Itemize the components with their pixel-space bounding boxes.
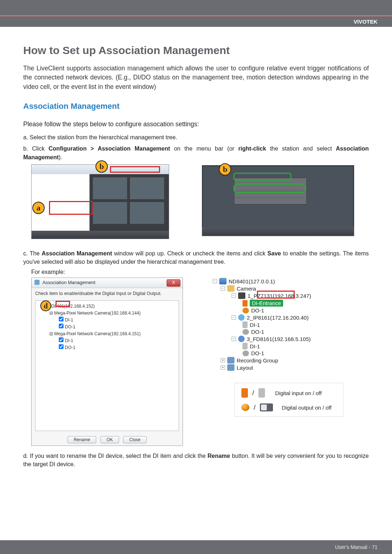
tree-row: DI-Entrance [213,299,351,307]
legend-di-text: Digital input on / off [275,390,322,396]
do-off-icon [242,350,249,356]
legend-do-text: Digital output on / off [282,405,331,411]
do-checkbox[interactable] [59,324,64,328]
do-off-icon [242,329,249,335]
footer-text: User's Manual - 71 [335,544,377,550]
section-heading: Association Management [23,102,369,111]
marker-d: d [40,300,51,311]
tree-row: +Layout [213,364,351,371]
tree-di[interactable]: DI-1 [59,337,176,344]
management-tree-sample: −ND8401(127.0.0.1) −Camera −1_PZ7131(192… [213,278,351,417]
step-a: a. Select the station from the hierarchi… [23,133,369,141]
highlight-rect [257,291,295,299]
slash-label: / [252,389,255,397]
tree-do[interactable]: DO-1 [59,324,176,331]
dialog-close-button[interactable]: X [167,279,180,287]
di-on-icon [241,388,248,398]
screenshot-right: b [202,165,354,236]
tree-row: DO-1 [213,328,351,335]
video-thumb [130,202,164,224]
station-icon [219,278,226,284]
camera-icon [238,336,245,342]
highlight-oval [233,184,306,193]
marker-b: b [219,163,231,176]
highlight-rect [110,166,160,173]
camera-icon [238,292,245,299]
step-c: c. The Association Management window wil… [23,249,369,266]
intro-paragraph: The LiveClient supports association mana… [23,64,369,91]
video-thumb [93,177,127,200]
page-title: How to Set up Association Management [23,44,369,57]
di-off-icon [258,388,265,398]
header-bar: VIVOTEK [0,15,392,27]
collapse-icon[interactable]: − [213,279,217,283]
tree-row: −ND8401(127.0.0.1) [213,278,351,285]
ok-button[interactable]: OK [101,436,119,443]
expand-icon[interactable]: + [221,365,225,370]
tree-row: DO-1 [213,307,351,314]
dialog-title: Association Management [42,280,95,285]
tree-camera[interactable]: ⊟ Mega-Pixel Network Camera(192.168.4.15… [49,331,176,337]
do-icon [242,308,249,313]
dialog-buttons: Rename OK Close [32,436,183,443]
legend-box: / Digital input on / off / Digital outpu… [234,383,343,417]
tree-row: DI-1 [213,342,351,350]
tree-di[interactable]: DI-1 [59,317,176,324]
dialog-title-bar: Association Management [32,278,183,288]
screenshot-left: b a [31,164,169,239]
subintro: Please follow the steps below to configu… [23,120,369,128]
legend-row-do: / Digital output on / off [241,403,336,411]
step-b: b. Click Configuration > Association Man… [23,144,369,161]
collapse-icon[interactable]: − [221,286,225,291]
dialog-tree: ▣ ND8401(192.168.4.152) ⊟ Mega-Pixel Net… [35,300,179,431]
do-on-icon [241,404,249,411]
example-label: For example: [31,269,369,275]
camera-icon [238,314,245,321]
recgroup-icon [227,357,234,364]
marker-a: a [32,202,45,214]
di-off-icon [242,343,248,349]
di-entrance-label[interactable]: DI-Entrance [250,300,283,307]
tree-do[interactable]: DO-1 [59,344,176,351]
marker-b: b [95,160,108,173]
di-on-icon [242,300,248,307]
rename-button[interactable]: Rename [68,436,96,443]
folder-icon [227,285,234,292]
shot-bottombar [202,227,354,236]
collapse-icon[interactable]: − [232,315,236,320]
collapse-icon[interactable]: − [232,337,236,341]
close-button[interactable]: Close [123,436,147,443]
association-dialog: Association Management X Check item to e… [31,278,183,446]
layout-icon [227,364,234,371]
tree-row: −3_FD8161(192.168.5.105) [213,335,351,342]
di-off-icon [242,321,248,328]
slash-label: / [253,404,256,411]
row-c: Association Management X Check item to e… [31,278,369,446]
di-checkbox[interactable] [59,337,64,342]
dialog-icon [34,280,40,285]
video-thumb [93,202,127,224]
tree-row: DO-1 [213,350,351,357]
footer-bar: User's Manual - 71 [0,540,392,554]
tree-row: +Recording Group [213,357,351,364]
highlight-rect [49,201,93,215]
video-thumb [130,177,164,200]
screenshot-row: b a b [31,164,369,239]
tree-row: −2_IP8161(172.16.200.40) [213,314,351,321]
collapse-icon[interactable]: − [232,294,236,298]
expand-icon[interactable]: + [221,358,225,362]
do-checkbox[interactable] [59,344,64,349]
brand-label: VIVOTEK [354,19,377,25]
dialog-info: Check item to enable/disable the Digital… [32,288,183,299]
highlight-rect [56,301,70,307]
tree-camera[interactable]: ⊟ Mega-Pixel Network Camera(192.168.4.14… [49,310,176,317]
highlight-oval [233,173,291,181]
step-d: d. If you want to rename the DI device, … [23,452,369,468]
legend-row-di: / Digital input on / off [241,388,336,398]
di-checkbox[interactable] [59,317,64,321]
shot-bottombar [32,231,169,239]
tree-row: DI-1 [213,321,351,328]
do-off-icon [260,403,273,411]
